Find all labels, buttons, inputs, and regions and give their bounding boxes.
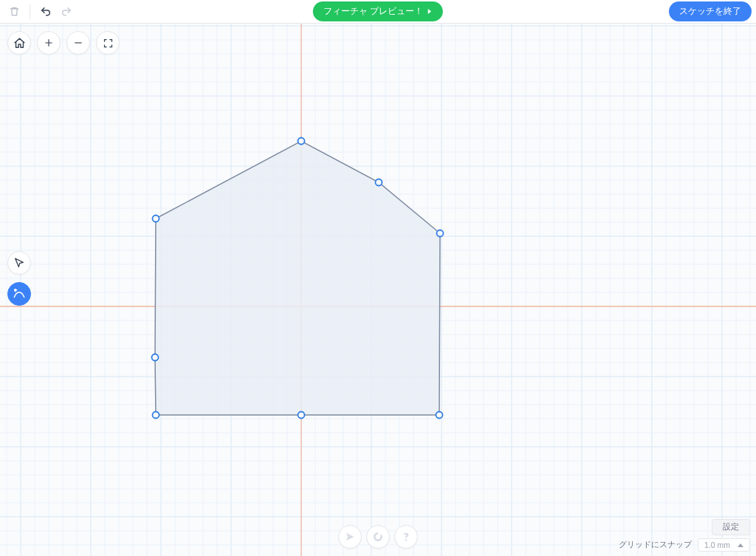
redo-icon xyxy=(61,6,72,18)
home-icon xyxy=(13,37,26,49)
toolbar-separator xyxy=(30,4,30,19)
zoom-out-button[interactable] xyxy=(66,31,90,55)
home-view-button[interactable] xyxy=(7,31,31,55)
nav-b-icon xyxy=(372,531,384,543)
bottom-tool-a[interactable] xyxy=(338,525,362,549)
delete-button[interactable] xyxy=(4,3,24,21)
nav-a-icon xyxy=(344,531,356,543)
fit-view-button[interactable] xyxy=(96,31,120,55)
bottom-tool-group xyxy=(338,525,418,549)
sketch-polygon[interactable] xyxy=(155,141,440,415)
sketch-vertex[interactable] xyxy=(153,412,159,419)
redo-button[interactable] xyxy=(57,3,76,21)
snap-row: グリッドにスナップ 1.0 mm xyxy=(619,538,750,552)
exit-sketch-label: スケッチを終了 xyxy=(679,6,741,16)
nav-c-icon xyxy=(400,531,412,543)
snap-value-dropdown[interactable]: 1.0 mm xyxy=(698,538,750,552)
undo-icon xyxy=(40,6,52,18)
canvas-svg xyxy=(0,24,756,556)
history-group xyxy=(4,3,76,21)
chevron-right-icon xyxy=(427,8,433,15)
settings-button[interactable]: 設定 xyxy=(712,519,750,535)
spline-icon xyxy=(13,287,26,301)
sketch-canvas[interactable] xyxy=(0,24,756,556)
trash-icon xyxy=(9,6,20,17)
bottom-tool-b[interactable] xyxy=(366,525,390,549)
snap-label: グリッドにスナップ xyxy=(619,540,692,550)
bottom-tool-c[interactable] xyxy=(394,525,418,549)
feature-preview-label: フィーチャ プレビュー！ xyxy=(323,5,423,18)
plus-icon xyxy=(44,38,54,48)
sketch-vertex[interactable] xyxy=(298,138,305,145)
sketch-vertex[interactable] xyxy=(437,230,444,237)
sketch-vertex[interactable] xyxy=(376,179,382,186)
sketch-vertex[interactable] xyxy=(298,412,305,419)
top-toolbar: フィーチャ プレビュー！ スケッチを終了 xyxy=(0,0,756,24)
fit-icon xyxy=(103,38,114,49)
spline-tool-button[interactable] xyxy=(7,282,31,306)
sketch-vertex[interactable] xyxy=(153,216,159,222)
select-tool-button[interactable] xyxy=(7,251,31,275)
settings-label: 設定 xyxy=(723,522,739,531)
undo-button[interactable] xyxy=(36,3,55,21)
minus-icon xyxy=(73,38,83,48)
sketch-tools xyxy=(7,251,31,306)
snap-value: 1.0 mm xyxy=(704,540,730,549)
cursor-icon xyxy=(13,257,25,269)
view-controls xyxy=(7,31,120,55)
chevron-up-icon xyxy=(738,543,743,547)
bottom-right-panel: 設定 グリッドにスナップ 1.0 mm xyxy=(619,519,750,552)
feature-preview-pill[interactable]: フィーチャ プレビュー！ xyxy=(313,1,443,21)
exit-sketch-button[interactable]: スケッチを終了 xyxy=(669,1,752,21)
sketch-vertex[interactable] xyxy=(152,354,159,361)
sketch-vertex[interactable] xyxy=(436,412,443,419)
zoom-in-button[interactable] xyxy=(37,31,61,55)
